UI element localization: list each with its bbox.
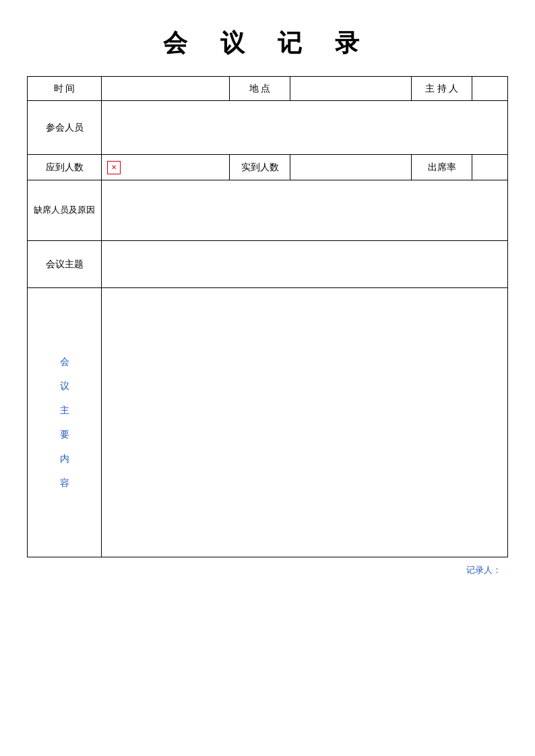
label-time: 时 间 [28, 77, 102, 101]
label-topic: 会议主题 [28, 241, 102, 288]
value-absent[interactable] [102, 180, 508, 241]
absent-row: 缺席人员及原因 [28, 180, 508, 241]
label-participants: 参会人员 [28, 101, 102, 155]
topic-row: 会议主题 [28, 241, 508, 288]
label-content: 会 议 主 要 内 容 [28, 288, 102, 557]
value-attendance[interactable] [472, 155, 508, 180]
char-3: 主 [60, 405, 69, 417]
char-5: 内 [60, 453, 69, 465]
value-actual[interactable] [290, 155, 412, 180]
value-topic[interactable] [102, 241, 508, 288]
footer: 记录人： [27, 564, 508, 576]
char-6: 容 [60, 477, 69, 489]
recorder-label: 记录人： [466, 565, 501, 575]
value-expected[interactable]: ✕ [102, 155, 230, 180]
label-host: 主 持 人 [412, 77, 472, 101]
value-content[interactable] [102, 288, 508, 557]
label-absent: 缺席人员及原因 [28, 180, 102, 241]
count-row: 应到人数 ✕ 实到人数 出席率 [28, 155, 508, 180]
header-row: 时 间 地 点 主 持 人 [28, 77, 508, 101]
label-location: 地 点 [230, 77, 290, 101]
value-location[interactable] [290, 77, 412, 101]
value-time[interactable] [102, 77, 230, 101]
participants-row: 参会人员 [28, 101, 508, 155]
image-placeholder-icon: ✕ [107, 161, 121, 174]
char-2: 议 [60, 380, 69, 392]
value-participants[interactable] [102, 101, 508, 155]
content-row: 会 议 主 要 内 容 [28, 288, 508, 557]
page-title: 会 议 记 录 [163, 27, 373, 60]
main-table: 时 间 地 点 主 持 人 参会人员 应到人数 ✕ 实到人数 出席率 缺席人员及… [27, 76, 508, 557]
value-host[interactable] [472, 77, 508, 101]
label-actual: 实到人数 [230, 155, 290, 180]
char-4: 要 [60, 429, 69, 441]
page: 会 议 记 录 时 间 地 点 主 持 人 参会人员 应到人数 ✕ 实到人数 出… [0, 0, 535, 756]
label-attendance: 出席率 [412, 155, 472, 180]
content-label-chars: 会 议 主 要 内 容 [30, 292, 98, 553]
char-1: 会 [60, 356, 69, 368]
label-expected: 应到人数 [28, 155, 102, 180]
